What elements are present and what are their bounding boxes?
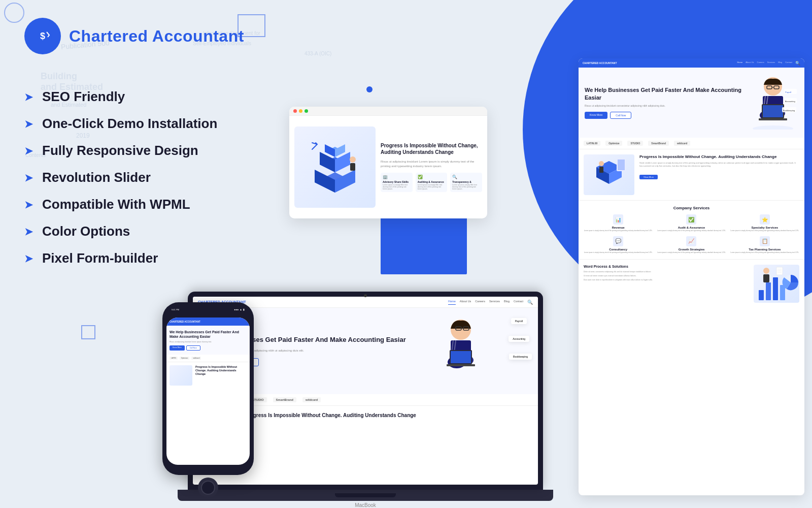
service-consultancy-icon: 💬 bbox=[613, 236, 623, 246]
hero-person-image: Payroll Accounting Bookkeeping bbox=[748, 74, 798, 132]
phone-logos: LATIN Optimize wildcard bbox=[166, 355, 250, 362]
service-tax-icon: 📋 bbox=[760, 236, 770, 246]
preview-nav-bar: CHARTERED ACCOUNTANT Home About Us Caree… bbox=[579, 58, 804, 68]
show-more-btn[interactable]: Show More bbox=[639, 175, 658, 179]
logo-name1: Chartered bbox=[69, 27, 152, 45]
svg-rect-39 bbox=[773, 277, 778, 300]
feature-form: ➤ Pixel Form-builder bbox=[24, 250, 217, 266]
phone-frame: 9:41 PM ●●● ▲ ▮ CHARTERED ACCOUNTANT We … bbox=[162, 302, 254, 475]
service-revenue-icon: 📊 bbox=[613, 214, 623, 225]
svg-marker-4 bbox=[335, 170, 355, 193]
logos-row: LATIN.00 Optimize STUDIO SmartBrand wild… bbox=[579, 138, 804, 149]
feature-slider: ➤ Revolution Slider bbox=[24, 170, 217, 185]
iso-illustration bbox=[294, 126, 376, 208]
svg-rect-38 bbox=[766, 282, 771, 300]
center-preview-text: Progress Is Impossible Without Change, A… bbox=[381, 142, 482, 192]
preview-hero: We Help Businesses Get Paid Faster And M… bbox=[579, 68, 804, 138]
call-now-btn[interactable]: Call Now bbox=[610, 112, 631, 119]
phone-s2-text: Progress Is Impossible Without Change. A… bbox=[195, 365, 247, 376]
search-icon[interactable]: 🔍 bbox=[795, 61, 800, 66]
browser-btn-green bbox=[304, 109, 308, 113]
svg-text:Accounting: Accounting bbox=[785, 100, 795, 103]
wps-content: Word Process & Solutions Dolor sit amet,… bbox=[584, 265, 749, 303]
svg-point-13 bbox=[753, 125, 793, 130]
laptop-notch bbox=[335, 493, 396, 497]
service-audit: ✅ Audit & Assurance Lorem ipsum is simpl… bbox=[657, 214, 726, 232]
macbook-label: MacBook bbox=[188, 502, 543, 508]
section2-illustration bbox=[584, 154, 634, 195]
preview-nav-links: Home About Us Careers Services Blog Cont… bbox=[737, 61, 800, 66]
laptop-nav-links: Home About Us Careers Services Blog Cont… bbox=[448, 300, 533, 305]
arrow-icon-demo: ➤ bbox=[24, 118, 33, 130]
phone-know-btn[interactable]: Know More bbox=[170, 345, 185, 351]
feature-responsive: ➤ Fully Responsive Design bbox=[24, 143, 217, 158]
browser-btn-yellow bbox=[299, 109, 302, 113]
svg-rect-36 bbox=[599, 167, 603, 173]
svg-text:Payroll: Payroll bbox=[785, 91, 791, 93]
section2-title: Progress Is Impossible Without Change. A… bbox=[639, 154, 799, 160]
ll-4: SmartBrand bbox=[273, 397, 296, 402]
logo-block-1: LATIN.00 bbox=[584, 141, 600, 146]
svg-rect-22 bbox=[763, 105, 783, 117]
phone-hero: We Help Businesses Get Paid Faster And M… bbox=[166, 326, 250, 355]
phone-mockup: 9:41 PM ●●● ▲ ▮ CHARTERED ACCOUNTANT We … bbox=[162, 302, 254, 500]
service-specialty: ⭐ Specialty Services Lorem ipsum is simp… bbox=[730, 214, 799, 232]
header: $ Chartered Accountant bbox=[24, 18, 244, 54]
feature-seo: ➤ SEO Friendly bbox=[24, 89, 217, 105]
wps-title: Word Process & Solutions bbox=[584, 265, 749, 268]
pl-1: LATIN bbox=[170, 357, 178, 360]
phone-home-btn[interactable] bbox=[198, 478, 218, 498]
svg-rect-12 bbox=[350, 163, 355, 171]
logo-block-2: Optimize bbox=[605, 141, 622, 146]
service-growth-desc: Lorem ipsum is simply dummy text of the … bbox=[657, 252, 726, 254]
feature-text-responsive: Fully Responsive Design bbox=[42, 143, 198, 158]
service-growth-icon: 📈 bbox=[686, 236, 696, 246]
svg-marker-10 bbox=[335, 144, 345, 157]
laptop-hero-visuals: Payroll Accounting Bookkeeping bbox=[441, 315, 532, 387]
logo-name2: Accountant bbox=[152, 27, 244, 45]
phone-hero-btns: Know More Call Now bbox=[170, 345, 247, 351]
laptop-search-icon[interactable]: 🔍 bbox=[527, 300, 533, 305]
blue-rect-deco bbox=[381, 213, 467, 274]
logo-block-5: wildcard bbox=[674, 141, 690, 146]
services-grid: 📊 Revenue Lorem ipsum is simply dummy te… bbox=[584, 214, 799, 254]
svg-text:$: $ bbox=[40, 31, 45, 41]
service-tax-name: Tax Planning Services bbox=[730, 248, 799, 251]
preview-hero-text: We Help Businesses Get Paid Faster And M… bbox=[585, 86, 742, 119]
logo-block-4: SmartBrand bbox=[648, 141, 669, 146]
laptop-camera bbox=[364, 294, 367, 297]
know-more-btn[interactable]: Know More bbox=[585, 112, 607, 119]
browser-btn-red bbox=[293, 109, 297, 113]
feature-text-demo: One-Click Demo Installation bbox=[42, 116, 217, 132]
service-growth: 📈 Growth Strategies Lorem ipsum is simpl… bbox=[657, 236, 726, 254]
phone-battery: ▮ bbox=[243, 308, 245, 311]
payroll-tag: Payroll bbox=[511, 318, 527, 324]
laptop-section2-text: Progress Is Impossible Without Change. A… bbox=[245, 412, 416, 419]
ln-about: About Us bbox=[460, 300, 471, 305]
feature-text-wpml: Compatible With WPML bbox=[42, 197, 190, 212]
preview-section2: Progress Is Impossible Without Change. A… bbox=[579, 149, 804, 200]
phone-screen: CHARTERED ACCOUNTANT We Help Businesses … bbox=[166, 318, 250, 465]
service-audit-desc: Lorem ipsum is simply dummy text of the … bbox=[657, 230, 726, 232]
wps-text2: Ut enim ad minim veniam quis nostrud exe… bbox=[584, 275, 749, 277]
nav-blog: Blog bbox=[778, 61, 782, 66]
service-revenue: 📊 Revenue Lorem ipsum is simply dummy te… bbox=[584, 214, 653, 232]
ln-services: Services bbox=[489, 300, 500, 305]
hero-title: We Help Businesses Get Paid Faster And M… bbox=[585, 86, 742, 101]
service-audit-name: Audit & Assurance bbox=[657, 226, 726, 229]
nav-services: Services bbox=[767, 61, 775, 66]
nav-careers: Careers bbox=[757, 61, 764, 66]
features-list: ➤ SEO Friendly ➤ One-Click Demo Installa… bbox=[24, 89, 217, 266]
service-consultancy-desc: Lorem ipsum is simply dummy text of the … bbox=[584, 252, 653, 254]
svg-rect-23 bbox=[759, 118, 787, 120]
logo-block-3: STUDIO bbox=[627, 141, 643, 146]
phone-nav-logo: CHARTERED ACCOUNTANT bbox=[170, 321, 200, 323]
arrow-icon-color: ➤ bbox=[24, 226, 33, 238]
phone-call-btn[interactable]: Call Now bbox=[186, 345, 200, 351]
nav-home: Home bbox=[737, 61, 742, 66]
svg-rect-34 bbox=[618, 160, 625, 170]
nav-about: About Us bbox=[746, 61, 754, 66]
preview-nav-logo: CHARTERED ACCOUNTANT bbox=[583, 61, 617, 65]
phone-hero-sub: Risus ut adipiscing tincidunt lorem ipsu… bbox=[170, 341, 247, 343]
hero-buttons: Know More Call Now bbox=[585, 112, 742, 119]
